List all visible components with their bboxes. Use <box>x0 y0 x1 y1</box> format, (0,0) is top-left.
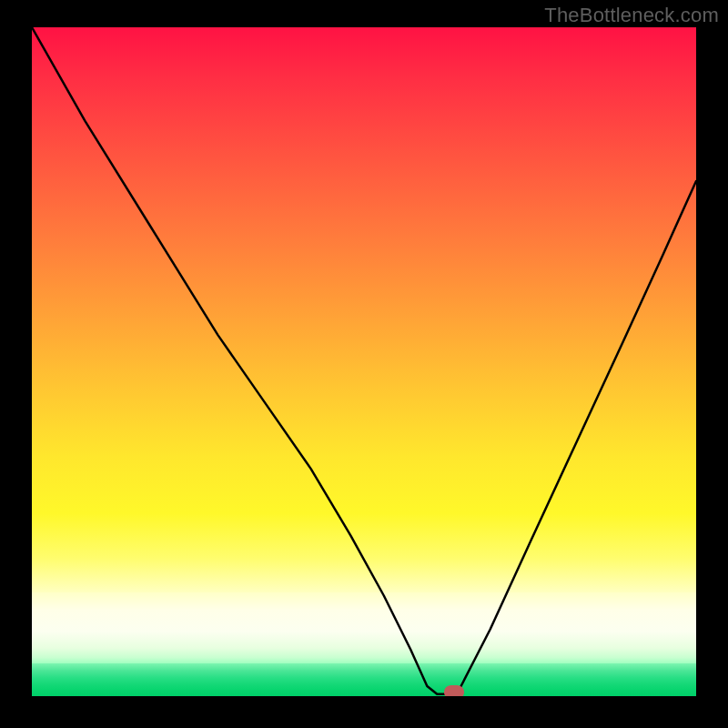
watermark-label: TheBottleneck.com <box>544 4 719 27</box>
bottleneck-curve <box>32 27 696 696</box>
chart-frame: TheBottleneck.com <box>0 0 728 728</box>
plot-area <box>32 27 696 696</box>
optimal-marker <box>444 685 464 696</box>
